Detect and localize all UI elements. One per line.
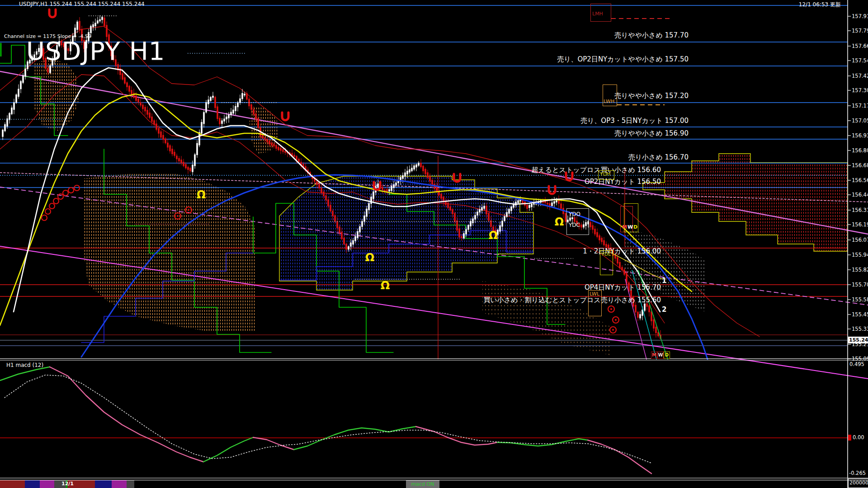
cloud-orange-main [84, 173, 255, 332]
macd-line [497, 439, 588, 446]
signal-ring-icon [45, 209, 51, 214]
buy-omega-icon: Ω [555, 216, 564, 228]
entry-ring-dot [610, 308, 612, 310]
timeline-session-block [25, 480, 40, 488]
signal-ring-icon [68, 188, 74, 193]
signal-ring-icon [63, 190, 68, 196]
chart-canvas[interactable]: ΩΩΩΩΩ [0, 0, 868, 488]
timeline-session-block [68, 480, 95, 488]
macd-line [0, 367, 50, 380]
timeline-session-block [112, 480, 127, 488]
macd-line [50, 367, 203, 462]
timeline-session-block [54, 480, 68, 488]
macd-line [203, 437, 253, 462]
cloud-red-future [643, 154, 848, 251]
signal-ring-icon [49, 203, 55, 209]
sell-horseshoe-icon [282, 113, 288, 120]
buy-omega-icon: Ω [489, 229, 498, 242]
entry-ring-dot [615, 319, 617, 321]
timeline-session-block [95, 480, 112, 488]
mt4-chart-window: { "window":{ "title_bar":"USDJPY,H1 155.… [0, 0, 868, 488]
macd-signal-line [5, 375, 651, 463]
signal-ring-icon [58, 194, 63, 199]
sell-horseshoe-icon [566, 173, 572, 180]
sell-horseshoe-icon [49, 9, 56, 17]
timeline-session-block [0, 480, 25, 488]
entry-ring-dot [177, 215, 179, 217]
macd-line [588, 440, 651, 474]
macd-line [416, 427, 497, 445]
cloud-pale [482, 281, 610, 355]
timeline-session-block [127, 480, 134, 488]
entry-ring-dot [188, 209, 189, 211]
buy-omega-icon: Ω [365, 251, 374, 264]
macd-line [253, 437, 294, 450]
timeline-session-block [40, 480, 54, 488]
signal-ring-icon [74, 185, 80, 191]
timeline-day-tick [66, 480, 67, 488]
macd-toggle-button[interactable]: macd ON [406, 480, 439, 488]
extra-line [625, 279, 646, 359]
signal-ring-icon [42, 215, 47, 221]
signal-ring-icon [53, 198, 59, 204]
entry-ring-dot [612, 329, 614, 331]
buy-omega-icon: Ω [381, 279, 390, 292]
buy-omega-icon: Ω [197, 188, 206, 201]
